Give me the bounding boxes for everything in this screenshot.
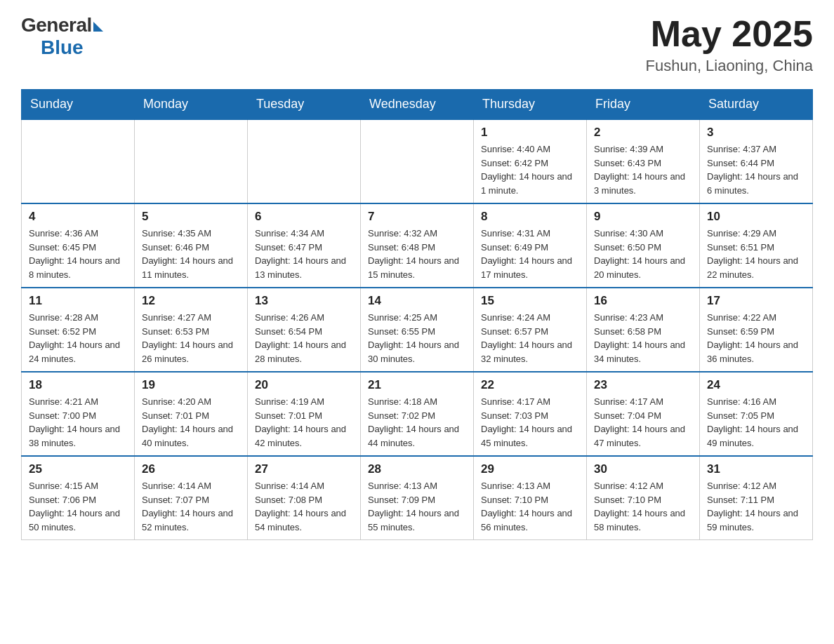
calendar-day-cell [248, 119, 361, 203]
day-info: Sunrise: 4:13 AMSunset: 7:09 PMDaylight:… [368, 479, 466, 534]
calendar-day-cell: 24Sunrise: 4:16 AMSunset: 7:05 PMDayligh… [700, 372, 813, 456]
day-number: 17 [707, 294, 805, 308]
day-number: 8 [481, 210, 579, 224]
month-year-title: May 2025 [646, 14, 814, 54]
calendar-day-cell [22, 119, 135, 203]
day-number: 4 [29, 210, 127, 224]
weekday-header-tuesday: Tuesday [248, 90, 361, 120]
day-number: 2 [594, 126, 692, 140]
day-info: Sunrise: 4:22 AMSunset: 6:59 PMDaylight:… [707, 311, 805, 365]
day-number: 16 [594, 294, 692, 308]
logo-general-text: General [21, 14, 92, 36]
day-number: 27 [255, 462, 353, 476]
calendar-day-cell: 23Sunrise: 4:17 AMSunset: 7:04 PMDayligh… [587, 372, 700, 456]
calendar-day-cell: 16Sunrise: 4:23 AMSunset: 6:58 PMDayligh… [587, 288, 700, 372]
day-info: Sunrise: 4:20 AMSunset: 7:01 PMDaylight:… [142, 395, 240, 450]
weekday-header-sunday: Sunday [22, 90, 135, 120]
day-info: Sunrise: 4:29 AMSunset: 6:51 PMDaylight:… [707, 227, 805, 281]
day-number: 14 [368, 294, 466, 308]
day-number: 7 [368, 210, 466, 224]
calendar-day-cell: 14Sunrise: 4:25 AMSunset: 6:55 PMDayligh… [361, 288, 474, 372]
day-info: Sunrise: 4:37 AMSunset: 6:44 PMDaylight:… [707, 142, 805, 197]
logo-arrow-icon [93, 22, 103, 32]
calendar-day-cell: 19Sunrise: 4:20 AMSunset: 7:01 PMDayligh… [135, 372, 248, 456]
calendar-day-cell: 27Sunrise: 4:14 AMSunset: 7:08 PMDayligh… [248, 456, 361, 540]
calendar-day-cell: 9Sunrise: 4:30 AMSunset: 6:50 PMDaylight… [587, 203, 700, 288]
calendar-day-cell: 3Sunrise: 4:37 AMSunset: 6:44 PMDaylight… [700, 119, 813, 203]
calendar-table: SundayMondayTuesdayWednesdayThursdayFrid… [21, 89, 813, 540]
calendar-header-row: SundayMondayTuesdayWednesdayThursdayFrid… [22, 90, 813, 120]
calendar-day-cell: 1Sunrise: 4:40 AMSunset: 6:42 PMDaylight… [474, 119, 587, 203]
day-info: Sunrise: 4:17 AMSunset: 7:03 PMDaylight:… [481, 395, 579, 450]
day-info: Sunrise: 4:12 AMSunset: 7:11 PMDaylight:… [707, 479, 805, 534]
day-number: 23 [594, 378, 692, 392]
day-info: Sunrise: 4:31 AMSunset: 6:49 PMDaylight:… [481, 227, 579, 281]
calendar-day-cell: 26Sunrise: 4:14 AMSunset: 7:07 PMDayligh… [135, 456, 248, 540]
calendar-day-cell: 30Sunrise: 4:12 AMSunset: 7:10 PMDayligh… [587, 456, 700, 540]
calendar-day-cell: 10Sunrise: 4:29 AMSunset: 6:51 PMDayligh… [700, 203, 813, 288]
day-info: Sunrise: 4:13 AMSunset: 7:10 PMDaylight:… [481, 479, 579, 534]
calendar-day-cell [361, 119, 474, 203]
day-info: Sunrise: 4:14 AMSunset: 7:07 PMDaylight:… [142, 479, 240, 534]
day-number: 24 [707, 378, 805, 392]
day-info: Sunrise: 4:35 AMSunset: 6:46 PMDaylight:… [142, 227, 240, 281]
day-number: 30 [594, 462, 692, 476]
day-number: 20 [255, 378, 353, 392]
calendar-day-cell: 29Sunrise: 4:13 AMSunset: 7:10 PMDayligh… [474, 456, 587, 540]
day-info: Sunrise: 4:21 AMSunset: 7:00 PMDaylight:… [29, 395, 127, 450]
day-info: Sunrise: 4:27 AMSunset: 6:53 PMDaylight:… [142, 311, 240, 365]
weekday-header-friday: Friday [587, 90, 700, 120]
day-number: 5 [142, 210, 240, 224]
logo-blue-text: Blue [41, 36, 84, 59]
calendar-week-row: 1Sunrise: 4:40 AMSunset: 6:42 PMDaylight… [22, 119, 813, 203]
calendar-week-row: 25Sunrise: 4:15 AMSunset: 7:06 PMDayligh… [22, 456, 813, 540]
calendar-day-cell: 18Sunrise: 4:21 AMSunset: 7:00 PMDayligh… [22, 372, 135, 456]
day-info: Sunrise: 4:28 AMSunset: 6:52 PMDaylight:… [29, 311, 127, 365]
day-number: 31 [707, 462, 805, 476]
day-info: Sunrise: 4:14 AMSunset: 7:08 PMDaylight:… [255, 479, 353, 534]
day-number: 1 [481, 126, 579, 140]
day-number: 9 [594, 210, 692, 224]
day-number: 29 [481, 462, 579, 476]
calendar-day-cell: 12Sunrise: 4:27 AMSunset: 6:53 PMDayligh… [135, 288, 248, 372]
day-info: Sunrise: 4:15 AMSunset: 7:06 PMDaylight:… [29, 479, 127, 534]
day-info: Sunrise: 4:30 AMSunset: 6:50 PMDaylight:… [594, 227, 692, 281]
day-number: 3 [707, 126, 805, 140]
day-number: 21 [368, 378, 466, 392]
calendar-day-cell: 8Sunrise: 4:31 AMSunset: 6:49 PMDaylight… [474, 203, 587, 288]
calendar-day-cell: 4Sunrise: 4:36 AMSunset: 6:45 PMDaylight… [22, 203, 135, 288]
day-info: Sunrise: 4:19 AMSunset: 7:01 PMDaylight:… [255, 395, 353, 450]
calendar-day-cell: 21Sunrise: 4:18 AMSunset: 7:02 PMDayligh… [361, 372, 474, 456]
calendar-day-cell: 2Sunrise: 4:39 AMSunset: 6:43 PMDaylight… [587, 119, 700, 203]
location-subtitle: Fushun, Liaoning, China [646, 57, 814, 75]
day-info: Sunrise: 4:23 AMSunset: 6:58 PMDaylight:… [594, 311, 692, 365]
calendar-day-cell [135, 119, 248, 203]
day-number: 15 [481, 294, 579, 308]
calendar-day-cell: 25Sunrise: 4:15 AMSunset: 7:06 PMDayligh… [22, 456, 135, 540]
calendar-week-row: 11Sunrise: 4:28 AMSunset: 6:52 PMDayligh… [22, 288, 813, 372]
day-number: 19 [142, 378, 240, 392]
weekday-header-wednesday: Wednesday [361, 90, 474, 120]
day-number: 12 [142, 294, 240, 308]
page-header: General Blue May 2025 Fushun, Liaoning, … [21, 14, 813, 75]
day-number: 10 [707, 210, 805, 224]
day-number: 28 [368, 462, 466, 476]
calendar-day-cell: 5Sunrise: 4:35 AMSunset: 6:46 PMDaylight… [135, 203, 248, 288]
day-info: Sunrise: 4:16 AMSunset: 7:05 PMDaylight:… [707, 395, 805, 450]
day-number: 13 [255, 294, 353, 308]
day-info: Sunrise: 4:17 AMSunset: 7:04 PMDaylight:… [594, 395, 692, 450]
day-info: Sunrise: 4:34 AMSunset: 6:47 PMDaylight:… [255, 227, 353, 281]
logo: General Blue [21, 14, 103, 59]
calendar-day-cell: 31Sunrise: 4:12 AMSunset: 7:11 PMDayligh… [700, 456, 813, 540]
calendar-day-cell: 20Sunrise: 4:19 AMSunset: 7:01 PMDayligh… [248, 372, 361, 456]
calendar-day-cell: 7Sunrise: 4:32 AMSunset: 6:48 PMDaylight… [361, 203, 474, 288]
day-number: 26 [142, 462, 240, 476]
weekday-header-thursday: Thursday [474, 90, 587, 120]
day-info: Sunrise: 4:24 AMSunset: 6:57 PMDaylight:… [481, 311, 579, 365]
weekday-header-monday: Monday [135, 90, 248, 120]
calendar-day-cell: 11Sunrise: 4:28 AMSunset: 6:52 PMDayligh… [22, 288, 135, 372]
calendar-week-row: 18Sunrise: 4:21 AMSunset: 7:00 PMDayligh… [22, 372, 813, 456]
calendar-day-cell: 28Sunrise: 4:13 AMSunset: 7:09 PMDayligh… [361, 456, 474, 540]
day-info: Sunrise: 4:12 AMSunset: 7:10 PMDaylight:… [594, 479, 692, 534]
calendar-day-cell: 13Sunrise: 4:26 AMSunset: 6:54 PMDayligh… [248, 288, 361, 372]
